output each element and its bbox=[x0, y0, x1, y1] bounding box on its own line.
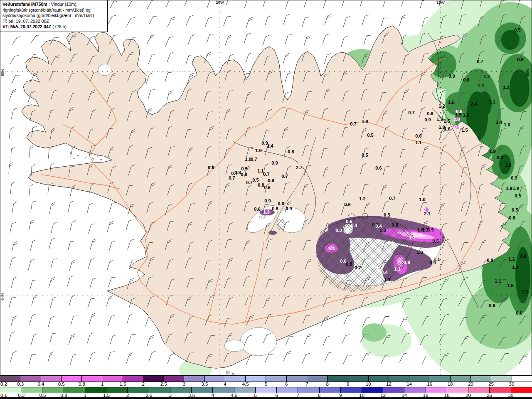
rain-scale-segment bbox=[298, 387, 319, 393]
sleet-scale-tick-label: 20 bbox=[468, 382, 473, 387]
rain-scale-segment bbox=[468, 387, 490, 393]
sleet-scale-segment bbox=[184, 376, 204, 382]
meridian-label: 20W bbox=[216, 0, 224, 5]
sleet-scale-segment bbox=[20, 376, 41, 382]
precip-value: 0.9 bbox=[517, 57, 523, 62]
sleet-scale-segment bbox=[451, 376, 471, 382]
rain-scale-segment bbox=[447, 387, 468, 393]
precip-value: 0.9 bbox=[404, 260, 410, 265]
precip-value: 1.3 bbox=[436, 117, 443, 122]
precip-value: 0.8 bbox=[272, 206, 278, 211]
precip-value: 0.9 bbox=[424, 117, 431, 122]
precip-value: 0.5 bbox=[512, 207, 518, 212]
precip-value: 0.7 bbox=[350, 121, 356, 126]
title-line-2: rigning/skúrir (grænt/blátt/rautt - mm/1… bbox=[2, 7, 105, 13]
precip-value: 1.9 bbox=[489, 149, 495, 154]
sleet-scale-segment bbox=[123, 376, 143, 382]
sleet-scale-tick-label: 16 bbox=[427, 382, 432, 387]
precip-value: 0.7 bbox=[246, 180, 252, 185]
precip-value: 1.0 bbox=[379, 228, 386, 233]
sleet-scale-segment bbox=[328, 376, 348, 382]
rain-scale-segment bbox=[85, 387, 106, 393]
rain-scale-segment bbox=[256, 387, 277, 393]
sleet-scale-segment bbox=[62, 376, 82, 382]
precip-value: 0.7 bbox=[281, 174, 288, 179]
sleet-scale-segment bbox=[205, 376, 225, 382]
precip-value: 0.6 bbox=[254, 207, 260, 212]
sleet-scale-segment bbox=[389, 376, 409, 382]
sleet-scale-segment bbox=[287, 376, 307, 382]
rain-scale-segment bbox=[362, 387, 383, 393]
precip-value: 1.5 bbox=[507, 283, 513, 288]
rain-scale-segment bbox=[170, 387, 192, 393]
sleet-scale-tick-label: 14 bbox=[406, 382, 412, 387]
precip-value: 0.6 bbox=[340, 259, 346, 264]
precip-value: 0.8 bbox=[288, 149, 294, 154]
precip-value: 0.5 bbox=[384, 212, 390, 217]
sleet-scale-tick-label: 0.2 bbox=[0, 382, 7, 387]
precip-value: 0.3 bbox=[335, 228, 342, 233]
sleet-scale-tick-label: 12 bbox=[386, 382, 392, 387]
precip-value: 2.7 bbox=[296, 165, 302, 170]
precip-value: 0.9 bbox=[264, 198, 271, 203]
precip-value: 0.9 bbox=[448, 74, 455, 79]
rain-scale-segment bbox=[277, 387, 298, 393]
iceland-weather-map: 0.91.41.00.81.00.70.92.70.50.80.80.71.10… bbox=[0, 0, 532, 376]
precip-value: 0.5 bbox=[241, 166, 247, 171]
precip-value: 1.0 bbox=[245, 157, 251, 162]
precip-value: 1.2 bbox=[503, 85, 509, 90]
precip-value: 0.5 bbox=[388, 240, 394, 245]
precip-value: 1.6 bbox=[444, 126, 450, 131]
sleet-scale-tick-label: 8 bbox=[326, 382, 328, 387]
rain-scale-segment bbox=[426, 387, 447, 393]
precip-value: 0.9 bbox=[208, 165, 214, 170]
precip-value: 3.0 bbox=[497, 155, 503, 160]
rain-scale-segment bbox=[21, 387, 42, 393]
precip-value: 1.5 bbox=[448, 100, 454, 105]
precip-value: 0.5 bbox=[362, 153, 368, 158]
title-box: Veðurstofan/HM750m : Vindur (10m), rigni… bbox=[0, 0, 108, 32]
precip-value: 1.2 bbox=[409, 235, 415, 240]
bottom-black-strip bbox=[0, 397, 532, 399]
glacier-eyjafjallajokull bbox=[224, 340, 244, 352]
sleet-scale-segment bbox=[0, 376, 20, 382]
precip-value: 0.6 bbox=[516, 310, 522, 315]
precip-value: 0.8 bbox=[487, 258, 493, 263]
precip-value: 1.2 bbox=[438, 103, 445, 108]
precip-value: 0.7 bbox=[231, 171, 237, 176]
precip-value: 0.8 bbox=[509, 215, 515, 220]
precip-value: 1.5 bbox=[461, 128, 468, 133]
sleet-scale-segment bbox=[102, 376, 123, 382]
rain-scale-segment bbox=[128, 387, 149, 393]
precip-value: 0.8 bbox=[241, 172, 247, 177]
precip-value: 0.9 bbox=[429, 260, 436, 265]
parallel-label: 66N bbox=[525, 69, 530, 76]
precip-value: 0.8 bbox=[258, 182, 264, 187]
sleet-scale-segment bbox=[409, 376, 430, 382]
sleet-scale-tick-label: 5 bbox=[265, 382, 267, 387]
title-line-3: slydda/snjókoma (grátt/bleikt/grænt - mm… bbox=[2, 13, 105, 19]
precip-value: 0.6 bbox=[454, 124, 461, 129]
valid-time: VT: Mið. 20.07.2022 04Z (+28 h) bbox=[2, 24, 105, 30]
sleet-scale-tick-label: 18 bbox=[448, 382, 453, 387]
precip-value: 0.6 bbox=[344, 202, 350, 207]
precip-value: 0.7 bbox=[229, 175, 235, 180]
precip-value: 1.2 bbox=[483, 74, 490, 79]
precip-value: 0.5 bbox=[514, 27, 520, 32]
rain-scale-segment bbox=[341, 387, 362, 393]
rain-scale-segment bbox=[192, 387, 213, 393]
precip-value: 1.7 bbox=[384, 277, 390, 282]
sleet-scale-tick-label: 30 bbox=[509, 382, 514, 387]
precip-value: 1.6 bbox=[520, 254, 526, 259]
precip-value: 1.1 bbox=[394, 266, 400, 271]
rain-scale-segment bbox=[42, 387, 64, 393]
sleet-scale-segment bbox=[164, 376, 184, 382]
precip-value: 1.0 bbox=[416, 250, 423, 255]
precip-value: 1.4 bbox=[267, 143, 273, 148]
precip-value: 0.6 bbox=[375, 165, 382, 170]
sleet-scale-segment bbox=[82, 376, 102, 382]
sleet-scale-segment bbox=[430, 376, 451, 382]
precip-value: 1.4 bbox=[512, 265, 519, 270]
rain-colorbar bbox=[0, 387, 532, 393]
sleet-scale-segment bbox=[41, 376, 62, 382]
